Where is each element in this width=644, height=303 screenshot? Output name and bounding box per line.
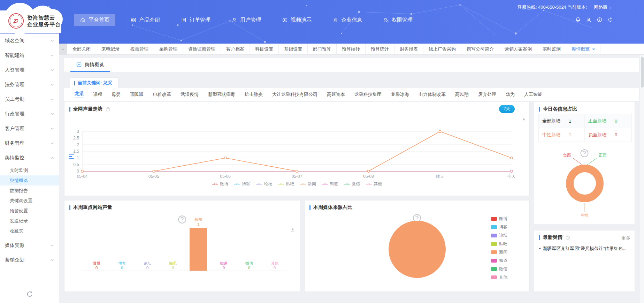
sidebar-item[interactable]: 智能建站 — [0, 48, 59, 63]
keyword-chip[interactable]: 新型冠状病毒 — [208, 91, 235, 98]
legend-label: 其他 — [499, 274, 507, 280]
keyword-chip[interactable]: 华为 — [506, 91, 515, 98]
help-icon[interactable] — [565, 235, 570, 240]
legend-item[interactable]: 新闻 — [491, 249, 507, 255]
keyword-chip[interactable]: 人工智能 — [524, 91, 542, 98]
legend-item[interactable]: 贴吧 — [491, 241, 507, 247]
tab[interactable]: 预算结转 — [337, 44, 366, 54]
tab[interactable]: 营销方案案例 — [499, 44, 537, 54]
legend-item[interactable]: 微信 — [491, 266, 507, 272]
tab[interactable]: 来电记录 — [96, 44, 125, 54]
logo[interactable]: 资海智慧云 企业服务平台 — [0, 0, 61, 33]
sidebar-item[interactable]: 舆情监控 — [0, 151, 59, 165]
legend-item[interactable]: 论坛 — [491, 233, 507, 238]
svg-text:0: 0 — [77, 169, 79, 174]
legend-item[interactable]: 博客 — [491, 224, 507, 230]
more-link[interactable]: 更多 — [621, 235, 630, 241]
refresh-icon[interactable] — [26, 290, 33, 298]
tab[interactable]: 基础设置 — [279, 44, 308, 54]
range-badge[interactable]: 7天 — [499, 105, 515, 113]
sidebar-item[interactable]: 营销企划 — [0, 253, 59, 267]
legend-item[interactable]: 其他 — [366, 181, 382, 187]
keyword-chip[interactable]: 废弃处理 — [478, 91, 496, 98]
tab[interactable]: 客户档案 — [221, 44, 250, 54]
scrollbar-thumb[interactable] — [641, 57, 644, 88]
sidebar-item[interactable]: 域名空间 — [0, 33, 59, 48]
nav-item[interactable]: 企业信息 — [327, 14, 368, 26]
news-item[interactable]: •新疆军区某红军团“爱兵模范连”传承红色... — [539, 245, 632, 252]
help-icon[interactable] — [115, 205, 120, 210]
tab[interactable]: 采购管理 — [154, 44, 183, 54]
chart-image-icon — [76, 62, 82, 68]
keyword-chip[interactable]: 龙采科技集团 — [354, 91, 382, 98]
sidebar-subitem[interactable]: 收藏夹 — [0, 226, 59, 236]
tab-scroll-button[interactable] — [59, 44, 67, 54]
tab[interactable]: 全部关闭 — [67, 44, 96, 54]
tab[interactable]: 线上广告采购 — [423, 44, 461, 54]
keyword-chip[interactable]: 顶呱呱 — [130, 91, 144, 98]
inner-tab-yuqing-overview[interactable]: 舆情概览 — [70, 58, 110, 72]
keyword-chip[interactable]: 抗击肺炎 — [245, 91, 263, 98]
sidebar-item[interactable]: 行政管理 — [0, 107, 59, 121]
sidebar-collapse-handle[interactable] — [69, 154, 74, 159]
tab[interactable]: 财务报表 — [394, 44, 423, 54]
legend-item[interactable]: 微信 — [344, 181, 360, 187]
legend-item[interactable]: 博客 — [234, 181, 250, 187]
sidebar-subitem[interactable]: 关键词设置 — [0, 196, 59, 206]
tab[interactable]: 资质证照管理 — [183, 44, 221, 54]
sidebar-item[interactable]: 财务管理 — [0, 136, 59, 151]
sidebar-subitem[interactable]: 发送记录 — [0, 216, 59, 226]
tab[interactable]: 舆情概览× — [566, 44, 600, 54]
help-icon[interactable] — [355, 205, 360, 210]
bell-icon[interactable] — [575, 17, 581, 23]
current-keyword-tab[interactable]: 当前关键词: 龙采 — [70, 77, 118, 88]
sidebar-subitem[interactable]: 预警设置 — [0, 206, 59, 216]
nav-item[interactable]: 视频演示 — [276, 14, 317, 26]
tab[interactable]: 科目设置 — [250, 44, 279, 54]
help-icon[interactable] — [580, 107, 585, 112]
sidebar-item[interactable]: 媒体资源 — [0, 238, 59, 253]
sidebar-subitem[interactable]: 实时监测 — [0, 165, 59, 175]
sidebar-item[interactable]: 法务管理 — [0, 77, 59, 92]
tab[interactable]: 预算统计 — [366, 44, 394, 54]
legend-item[interactable]: 微博 — [212, 181, 228, 187]
legend-item[interactable]: 新闻 — [300, 181, 316, 187]
close-icon[interactable]: × — [592, 47, 595, 52]
tab[interactable]: 投票管理 — [125, 44, 154, 54]
keyword-chip[interactable]: 大连龙采科技有限公司 — [272, 91, 317, 98]
vertical-scrollbar[interactable] — [640, 55, 644, 303]
nav-item[interactable]: 订单管理 — [175, 14, 216, 26]
keyword-chip[interactable]: 武汉疫情 — [181, 91, 199, 98]
tab[interactable]: 部门预算 — [308, 44, 337, 54]
sidebar-item[interactable]: 客户管理 — [0, 121, 59, 136]
keyword-chip[interactable]: 高瓴资本 — [327, 91, 345, 98]
svg-text:2: 2 — [77, 142, 79, 147]
keyword-chip[interactable]: 龙采冰海 — [391, 91, 409, 98]
legend-item[interactable]: 知道 — [322, 181, 338, 187]
sidebar-item[interactable]: 员工考勤 — [0, 92, 59, 107]
legend-item[interactable]: 其他 — [491, 274, 507, 280]
power-icon[interactable] — [607, 17, 613, 23]
keyword-chip[interactable]: 龙采 — [75, 91, 84, 98]
info-icon[interactable] — [597, 17, 603, 23]
keyword-chip[interactable]: 高以翔 — [455, 91, 469, 98]
sidebar-item[interactable]: 人资管理 — [0, 63, 59, 77]
user-icon[interactable] — [586, 17, 592, 23]
legend-item[interactable]: 论坛 — [256, 181, 272, 187]
legend-item[interactable]: 微博 — [491, 216, 507, 222]
keyword-chip[interactable]: 电价改革 — [153, 91, 171, 98]
nav-item[interactable]: 权限管理 — [377, 14, 419, 26]
nav-item[interactable]: 产品介绍 — [124, 14, 166, 26]
keyword-chip[interactable]: 母婴 — [112, 91, 121, 98]
tab[interactable]: 撰写公司简介 — [461, 44, 499, 54]
keyword-chip[interactable]: 课程 — [93, 91, 102, 98]
sidebar-subitem[interactable]: 舆情概览 — [0, 175, 59, 185]
help-icon[interactable] — [105, 107, 110, 112]
legend-item[interactable]: 贴吧 — [278, 181, 294, 187]
legend-item[interactable]: 知道 — [491, 258, 507, 264]
nav-item[interactable]: 用户管理 — [225, 14, 267, 26]
tab[interactable]: 实时监测 — [537, 44, 566, 54]
sidebar-subitem[interactable]: 数据报告 — [0, 185, 59, 196]
nav-item[interactable]: 平台首页 — [74, 14, 115, 26]
keyword-chip[interactable]: 电力体制改革 — [419, 91, 446, 98]
